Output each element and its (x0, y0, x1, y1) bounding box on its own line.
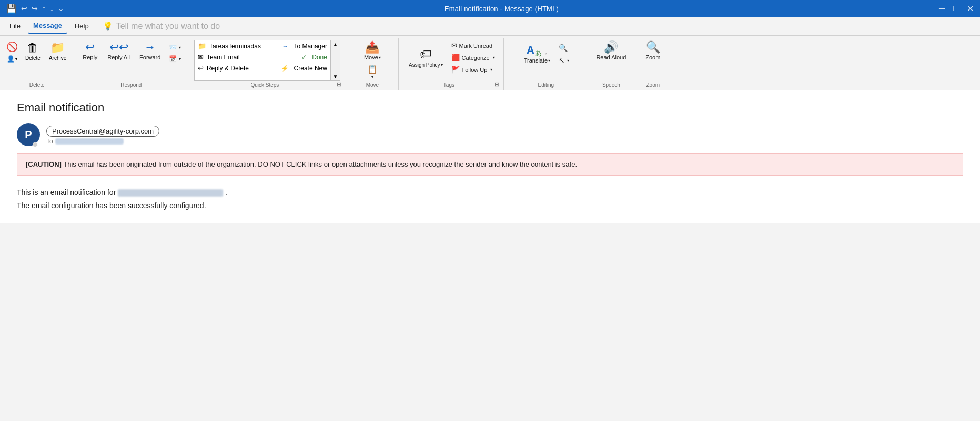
to-label: To (46, 138, 53, 145)
zoom-button[interactable]: 🔍 Zoom (640, 40, 666, 63)
email-content-area: Email notification P ProcessCentral@agil… (0, 90, 980, 223)
quickstep-team[interactable]: ✉ Team Email ✓ Done (195, 52, 330, 63)
find-icon: 🔍 (559, 44, 568, 52)
junk-btn[interactable]: 🚫 (4, 40, 20, 54)
select-dropdown[interactable]: ▾ (567, 58, 569, 63)
quicksteps-group-label: Quick Steps (193, 81, 337, 90)
zoom-label: Zoom (645, 54, 660, 61)
rules-button[interactable]: 📋 ▾ (360, 64, 385, 81)
quicksteps-expand-icon[interactable]: ⊞ (337, 81, 341, 90)
ribbon-group-quicksteps: 📁 TareasTerminadas → To Manager ✉ Team E… (188, 38, 346, 90)
forward-button[interactable]: → Forward (136, 40, 164, 63)
sender-info: ProcessCentral@agility-corp.com To (46, 126, 159, 145)
mark-unread-button[interactable]: ✉ Mark Unread (449, 40, 498, 51)
move-button[interactable]: 📤 Move ▾ (360, 40, 385, 63)
recipient-blurred (55, 138, 124, 145)
menu-file[interactable]: File (4, 19, 26, 33)
meeting-button[interactable]: 📅 ▾ (166, 54, 184, 64)
close-icon[interactable]: ✕ (967, 4, 974, 14)
menu-help[interactable]: Help (69, 19, 94, 33)
delete-btn[interactable]: 🗑 Delete (22, 40, 44, 62)
team-icon: ✉ (198, 53, 204, 61)
body-line1-suffix: . (225, 188, 227, 197)
zoom-group-label: Zoom (639, 81, 667, 90)
tags-group-label: Tags (403, 81, 494, 90)
categorize-label: Categorize (462, 55, 490, 61)
meeting-dropdown: ▾ (179, 57, 181, 61)
create-new-icon: ⚡ (281, 65, 289, 72)
body-line1-prefix: This is an email notification for (17, 188, 118, 197)
save-icon[interactable]: 💾 (6, 4, 17, 14)
scroll-down-icon[interactable]: ▼ (332, 74, 339, 79)
quickstep-tareas[interactable]: 📁 TareasTerminadas → To Manager (195, 40, 330, 52)
zoom-group-content: 🔍 Zoom (640, 40, 666, 81)
follow-up-label: Follow Up (462, 67, 488, 73)
ribbon-group-respond: ↩ Reply ↩↩ Reply All → Forward 📨 ▾ 📅 ▾ (74, 38, 188, 90)
assign-policy-button[interactable]: 🏷 Assign Policy ▾ (405, 46, 446, 70)
follow-up-button[interactable]: 🚩 Follow Up ▾ (449, 64, 498, 75)
ribbon-group-move: 📤 Move ▾ 📋 ▾ Move (346, 38, 399, 90)
body-line1: This is an email notification for . (17, 186, 963, 199)
tags-expand-icon[interactable]: ⊞ (494, 81, 499, 90)
tags-group-content: 🏷 Assign Policy ▾ ✉ Mark Unread 🟥 Catego… (405, 40, 498, 81)
read-aloud-button[interactable]: 🔊 Read Aloud (592, 40, 630, 63)
follow-up-icon: 🚩 (451, 66, 460, 74)
undo-icon[interactable]: ↩ (21, 4, 27, 13)
reply-delete-icon: ↩ (198, 64, 204, 72)
categorize-dropdown[interactable]: ▾ (493, 55, 495, 60)
rules-icon: 📋 (367, 65, 378, 74)
window-title: Email notification - Message (HTML) (444, 5, 559, 13)
move-icon: 📤 (365, 42, 379, 53)
ribbon-group-speech: 🔊 Read Aloud Speech (588, 38, 634, 90)
minimize-icon[interactable]: ─ (939, 4, 945, 13)
move-down-icon[interactable]: ↓ (50, 4, 54, 13)
more-icon[interactable]: ⌄ (58, 4, 64, 13)
archive-btn[interactable]: 📁 Archive (46, 40, 69, 62)
body-link-blurred (118, 189, 223, 197)
mark-unread-label: Mark Unread (459, 43, 493, 49)
tareas-label: TareasTerminadas (209, 43, 261, 50)
more-respond-button[interactable]: 📨 ▾ (166, 42, 184, 53)
person-btn[interactable]: 👤▾ (5, 55, 19, 63)
translate-dropdown[interactable]: ▾ (548, 58, 550, 63)
categorize-button[interactable]: 🟥 Categorize ▾ (449, 52, 498, 63)
email-sender-row: P ProcessCentral@agility-corp.com To (17, 123, 963, 147)
move-up-icon[interactable]: ↑ (42, 4, 46, 13)
reply-all-icon: ↩↩ (109, 42, 128, 53)
recipient-row: To (46, 138, 159, 145)
search-placeholder-text: Tell me what you want to do (116, 22, 220, 31)
assign-policy-dropdown[interactable]: ▾ (441, 63, 443, 67)
redo-icon[interactable]: ↪ (32, 4, 38, 13)
move-dropdown-icon[interactable]: ▾ (379, 55, 381, 60)
find-button[interactable]: 🔍 (556, 42, 572, 54)
move-group-label: Move (350, 81, 394, 90)
body-line2: The email configuration has been success… (17, 199, 963, 212)
select-button[interactable]: ↖ ▾ (556, 55, 572, 66)
translate-label: Translate (524, 57, 548, 64)
read-aloud-icon: 🔊 (604, 42, 618, 53)
select-icon: ↖ (559, 56, 565, 65)
more-respond-icon: 📨 (169, 44, 177, 51)
maximize-icon[interactable]: □ (953, 4, 958, 13)
forward-label: Forward (139, 54, 160, 61)
translate-button[interactable]: A あ → Translate ▾ (520, 40, 554, 66)
sender-email[interactable]: ProcessCentral@agility-corp.com (46, 126, 159, 137)
caution-banner: [CAUTION] This email has been originated… (17, 153, 963, 176)
done-label: Done (312, 54, 327, 61)
reply-all-button[interactable]: ↩↩ Reply All (104, 40, 134, 63)
scroll-up-icon[interactable]: ▲ (332, 42, 339, 47)
reply-button[interactable]: ↩ Reply (78, 40, 102, 63)
reply-label: Reply (83, 54, 97, 61)
follow-up-dropdown[interactable]: ▾ (490, 67, 492, 72)
reply-all-label: Reply All (107, 54, 130, 61)
translate-icon-container: A あ → (526, 42, 548, 56)
move-label: Move (364, 54, 378, 61)
search-area[interactable]: 💡 Tell me what you want to do (103, 21, 220, 31)
caution-text: This email has been originated from outs… (63, 160, 577, 168)
menu-message[interactable]: Message (28, 18, 67, 34)
quicksteps-scrollbar: ▲ ▼ (331, 40, 340, 81)
lightbulb-icon: 💡 (103, 21, 113, 31)
quickstep-reply-delete[interactable]: ↩ Reply & Delete ⚡ Create New (195, 63, 330, 74)
speech-group-content: 🔊 Read Aloud (592, 40, 630, 81)
create-new-label: Create New (294, 65, 327, 72)
